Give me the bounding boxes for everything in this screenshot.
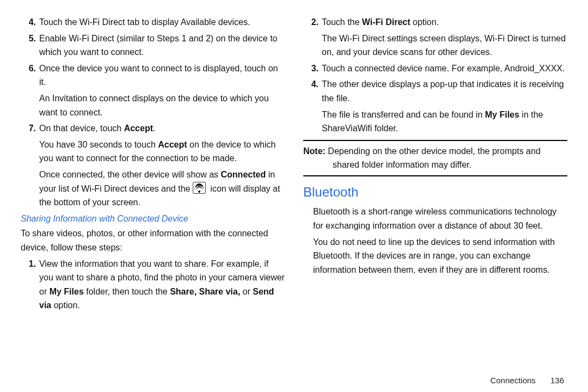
text-run: folder, then touch the — [84, 287, 170, 296]
text-run: option. — [51, 301, 79, 310]
item-number: 6. — [21, 62, 39, 89]
item-text: Touch a connected device name. For examp… — [322, 62, 567, 76]
footer-section: Connections — [490, 376, 535, 385]
list-item: 5. Enable Wi-Fi Direct (similar to Steps… — [21, 32, 285, 59]
manual-page: 4. Touch the Wi-Fi Direct tab to display… — [0, 0, 588, 376]
item-text: Enable Wi-Fi Direct (similar to Steps 1 … — [39, 32, 285, 59]
list-item: 4. Touch the Wi-Fi Direct tab to display… — [21, 15, 285, 29]
list-item: 6. Once the device you want to connect t… — [21, 62, 285, 89]
subheading-sharing: Sharing Information with Connected Devic… — [21, 212, 285, 226]
item-continuation: The file is transferred and can be found… — [322, 108, 567, 136]
text-run: Touch the — [322, 17, 362, 27]
text-run: You have 30 seconds to touch — [39, 140, 158, 149]
text-run: The file is transferred and can be found… — [322, 110, 485, 119]
item-number: 4. — [21, 15, 39, 29]
item-continuation: The Wi-Fi Direct settings screen display… — [322, 32, 567, 59]
wifi-icon — [193, 182, 206, 194]
text-run: . — [153, 124, 155, 133]
item-number: 1. — [21, 257, 39, 313]
list-item: 4. The other device displays a pop-up th… — [303, 77, 567, 105]
note-label: Note: — [303, 146, 326, 156]
bold-run: Wi-Fi Direct — [362, 17, 411, 27]
item-number: 2. — [303, 15, 322, 29]
list-item: 7. On that device, touch Accept. — [21, 121, 285, 136]
note-body: Depending on the other device model, the… — [326, 146, 541, 170]
bold-run: Accept — [124, 124, 153, 133]
list-item: 3. Touch a connected device name. For ex… — [303, 62, 567, 76]
left-column: 4. Touch the Wi-Fi Direct tab to display… — [21, 15, 285, 370]
text-run: On that device, touch — [39, 124, 124, 133]
item-text: Touch the Wi-Fi Direct tab to display Av… — [39, 15, 285, 29]
page-number: 136 — [538, 376, 564, 385]
item-number: 4. — [303, 77, 322, 105]
page-footer: Connections 136 — [0, 376, 588, 389]
item-text: The other device displays a pop-up that … — [322, 77, 567, 105]
text-run: or — [240, 287, 253, 296]
item-text: On that device, touch Accept. — [39, 121, 285, 136]
item-text: View the information that you want to sh… — [39, 257, 285, 313]
note-content: Note: Depending on the other device mode… — [333, 144, 567, 172]
paragraph: You do not need to line up the devices t… — [313, 235, 567, 277]
list-item: 1. View the information that you want to… — [21, 257, 285, 313]
paragraph: To share videos, photos, or other inform… — [21, 226, 285, 254]
paragraph: Bluetooth is a short-range wireless comm… — [313, 205, 567, 232]
section-heading-bluetooth: Bluetooth — [303, 182, 567, 203]
right-column: 2. Touch the Wi-Fi Direct option. The Wi… — [303, 15, 567, 370]
text-run: Once connected, the other device will sh… — [39, 170, 221, 179]
bold-run: Connected — [221, 170, 266, 179]
item-continuation: An Invitation to connect displays on the… — [39, 91, 285, 119]
list-item: 2. Touch the Wi-Fi Direct option. — [303, 15, 567, 29]
bold-run: Share, Share via, — [170, 287, 240, 296]
bold-run: My Files — [50, 287, 84, 296]
item-text: Touch the Wi-Fi Direct option. — [322, 15, 567, 29]
bold-run: My Files — [485, 110, 519, 119]
item-text: Once the device you want to connect to i… — [39, 62, 285, 89]
item-continuation: You have 30 seconds to touch Accept on t… — [39, 138, 285, 166]
item-number: 3. — [303, 62, 322, 76]
item-continuation: Once connected, the other device will sh… — [39, 168, 285, 210]
bold-run: Accept — [158, 140, 187, 149]
note-block: Note: Depending on the other device mode… — [303, 140, 567, 176]
text-run: option. — [411, 17, 439, 27]
item-number: 7. — [21, 121, 39, 136]
item-number: 5. — [21, 32, 39, 59]
